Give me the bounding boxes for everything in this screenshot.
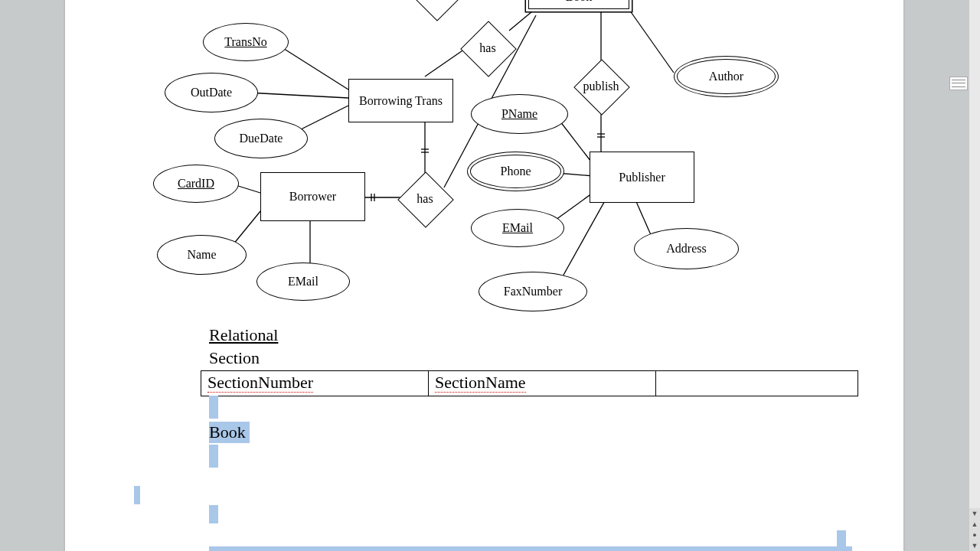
vertical-scrollbar[interactable]: ▼ ▲ ● ▼ xyxy=(969,0,980,551)
heading-relational: Relational xyxy=(209,325,278,345)
cursor-mark-1 xyxy=(209,505,218,527)
scroll-down-icon[interactable]: ▼ xyxy=(969,508,980,519)
attr-transno: TransNo xyxy=(203,23,289,61)
rel-exists: Exists xyxy=(417,0,456,11)
attr-pname: PName xyxy=(471,94,568,134)
entity-borrowing-trans: Borrowing Trans xyxy=(348,79,453,122)
section-table: SectionNumber SectionName xyxy=(201,370,858,396)
prev-page-icon[interactable]: ▲ xyxy=(969,519,980,530)
selection-area[interactable]: Book xyxy=(209,396,250,471)
attr-duedate: DueDate xyxy=(214,119,308,158)
selection-bottom xyxy=(209,546,852,551)
margin-mark xyxy=(134,486,140,504)
svg-line-25 xyxy=(559,191,610,283)
entity-publisher: Publisher xyxy=(590,152,694,203)
object-browse-icon[interactable]: ● xyxy=(969,530,980,540)
col-sectionnumber: SectionNumber xyxy=(201,371,429,396)
rel-publish: publish xyxy=(582,67,620,106)
entity-borrower: Borrower xyxy=(260,172,365,221)
rel-has-1: has xyxy=(469,29,507,67)
attr-email-1: EMail xyxy=(256,262,350,301)
svg-line-9 xyxy=(279,46,348,90)
heading-book: Book xyxy=(209,422,250,443)
attr-faxnumber: FaxNumber xyxy=(479,272,587,311)
attr-address: Address xyxy=(634,228,739,269)
col-sectionname: SectionName xyxy=(429,371,656,396)
entity-book: Book xyxy=(528,0,629,9)
attr-outdate: OutDate xyxy=(165,73,258,112)
rel-has-2: has xyxy=(406,180,444,218)
er-diagram: Book Borrowing Trans Borrower Publisher … xyxy=(65,0,903,321)
next-page-icon[interactable]: ▼ xyxy=(969,540,980,551)
svg-line-8 xyxy=(628,8,674,73)
svg-line-4 xyxy=(425,47,467,77)
attr-phone: Phone xyxy=(467,152,564,191)
document-page: Book Borrowing Trans Borrower Publisher … xyxy=(65,0,903,551)
attr-cardid: CardID xyxy=(153,165,239,203)
col-empty xyxy=(656,371,858,396)
attr-email-2: EMail xyxy=(471,209,564,247)
heading-section: Section xyxy=(209,348,260,368)
attr-author: Author xyxy=(674,56,779,97)
ruler-handle-icon[interactable] xyxy=(949,77,968,90)
attr-name: Name xyxy=(157,235,247,275)
